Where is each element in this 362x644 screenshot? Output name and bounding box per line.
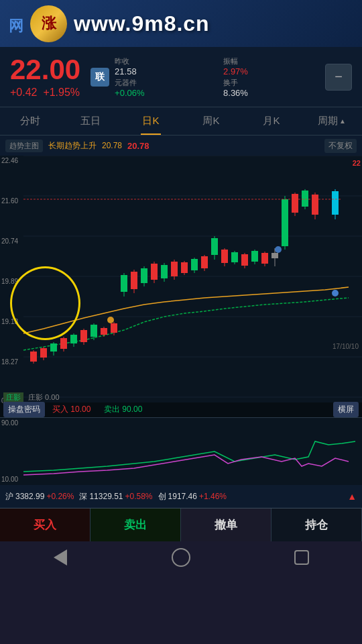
svg-rect-21 (90, 325, 97, 337)
sell-button[interactable]: 卖出 (90, 508, 181, 541)
candlestick-chart (0, 156, 362, 417)
svg-rect-47 (221, 250, 228, 263)
tab-zhouqi[interactable]: 周期 ▲ (302, 107, 362, 135)
svg-rect-37 (171, 262, 178, 276)
buy-button[interactable]: 买入 (0, 508, 90, 541)
no-restore-btn[interactable]: 不复权 (324, 139, 357, 153)
action-buttons: 买入 卖出 撤单 持仓 (0, 508, 362, 541)
svg-rect-25 (111, 323, 117, 333)
home-icon (172, 548, 190, 567)
svg-rect-51 (241, 254, 248, 266)
price-level-mid4: 19.13 (1, 318, 18, 325)
header-url: www.9m8.cn (74, 11, 210, 36)
square-icon (294, 550, 309, 565)
main-chart: 22.46 21.60 20.74 19.89 19.13 18.27 0.00… (0, 156, 362, 417)
hands-item: 换手 8.36% (223, 78, 325, 98)
minus-button[interactable]: − (325, 64, 352, 91)
svg-rect-29 (131, 272, 137, 289)
chart-header: 趋势主图 长期趋势上升 20.78 20.78 不复权 (0, 136, 362, 156)
svg-text:网: 网 (9, 17, 23, 34)
bottom-bar: 沪 3382.99 +0.26% 深 11329.51 +0.58% 创 191… (0, 484, 362, 508)
svg-rect-19 (80, 330, 87, 342)
svg-rect-11 (40, 348, 47, 358)
bottom-bar-arrow[interactable]: ▲ (347, 491, 357, 502)
price-level-mid5: 18.27 (1, 358, 18, 366)
svg-rect-15 (60, 338, 67, 349)
caozuo-btn[interactable]: 操盘密码 (3, 402, 45, 417)
tab-yuek[interactable]: 月K (241, 107, 302, 135)
svg-rect-60 (282, 199, 288, 246)
header: 网 涨 www.9m8.cn (0, 0, 362, 47)
svg-rect-39 (181, 262, 188, 273)
price-level-mid2: 20.74 (1, 237, 18, 245)
svg-rect-41 (191, 259, 198, 270)
tab-wuri[interactable]: 五日 (60, 107, 121, 135)
back-icon (54, 549, 67, 566)
svg-point-71 (332, 290, 339, 297)
tab-zhouk[interactable]: 周K (181, 107, 241, 135)
svg-rect-66 (312, 195, 318, 215)
svg-rect-45 (211, 238, 218, 255)
heng-btn[interactable]: 横屏 (333, 402, 359, 417)
tab-rik[interactable]: 日K (121, 107, 181, 135)
sell-label: 卖出 90.00 (104, 404, 142, 415)
volume-svg (0, 418, 362, 485)
svg-rect-53 (251, 251, 258, 262)
right-price-label: 22 (353, 159, 361, 167)
volume-bottom-label: 10.00 (1, 476, 18, 483)
hold-button[interactable]: 持仓 (272, 508, 362, 541)
prev-close: 昨收 21.58 (115, 56, 217, 76)
index-shen: 深 11329.51 +0.58% (79, 491, 152, 502)
lian-badge: 联 (90, 68, 109, 87)
zhuang-shadow-label1: 庄影 庄影 0.00 (3, 392, 60, 402)
svg-rect-31 (141, 268, 147, 283)
price-details: 昨收 21.58 振幅 2.97% 元器件 +0.06% 换手 8.36% (115, 56, 325, 98)
volume-top-label: 90.00 (1, 419, 18, 427)
nav-bar (0, 541, 362, 574)
buy-label: 买入 10.00 (52, 404, 90, 415)
amplitude: 振幅 2.97% (223, 56, 325, 76)
svg-point-58 (275, 246, 282, 253)
tab-fenshi[interactable]: 分时 (0, 107, 60, 135)
svg-rect-27 (121, 275, 127, 292)
svg-rect-57 (272, 253, 278, 258)
svg-rect-17 (70, 335, 77, 343)
svg-point-70 (107, 317, 114, 323)
date-label: 17/10/10 (333, 343, 359, 350)
yuan-item: 元器件 +0.06% (115, 78, 217, 98)
svg-rect-9 (30, 352, 37, 362)
svg-rect-55 (261, 253, 268, 264)
logo-circle: 涨 (30, 5, 67, 42)
network-icon: 网 (7, 5, 27, 42)
svg-rect-43 (201, 256, 208, 268)
cancel-button[interactable]: 撤单 (181, 508, 272, 541)
index-hu: 沪 3382.99 +0.26% (5, 491, 74, 502)
nav-home-btn[interactable] (161, 545, 201, 570)
price-main: 22.00 +0.42 +1.95% (10, 56, 80, 99)
svg-rect-23 (101, 328, 107, 335)
svg-rect-62 (292, 194, 298, 213)
svg-rect-64 (302, 191, 308, 207)
trend-main-btn[interactable]: 趋势主图 (5, 140, 43, 152)
current-price-label: 20.78 (127, 141, 149, 151)
price-level-mid3: 19.89 (1, 278, 18, 285)
price-level-mid1: 21.60 (1, 197, 18, 205)
svg-rect-13 (50, 343, 57, 352)
nav-back-btn[interactable] (40, 545, 80, 570)
price-value: 22.00 (10, 56, 80, 84)
svg-rect-33 (151, 264, 158, 280)
svg-rect-49 (231, 252, 238, 262)
trend-text: 长期趋势上升 (48, 140, 97, 152)
price-level-top: 22.46 (1, 157, 18, 164)
svg-rect-72 (0, 418, 362, 485)
price-section: 22.00 +0.42 +1.95% 联 昨收 21.58 振幅 2.97% 元… (0, 47, 362, 107)
tab-bar: 分时 五日 日K 周K 月K 周期 ▲ (0, 107, 362, 136)
trend-price-label: 20.78 (102, 141, 122, 150)
nav-square-btn[interactable] (282, 545, 322, 570)
svg-rect-35 (161, 265, 168, 278)
volume-chart: 90.00 10.00 (0, 417, 362, 484)
price-change: +0.42 +1.95% (10, 87, 80, 99)
index-chuang: 创 1917.46 +1.46% (158, 491, 227, 502)
svg-rect-68 (332, 191, 339, 215)
